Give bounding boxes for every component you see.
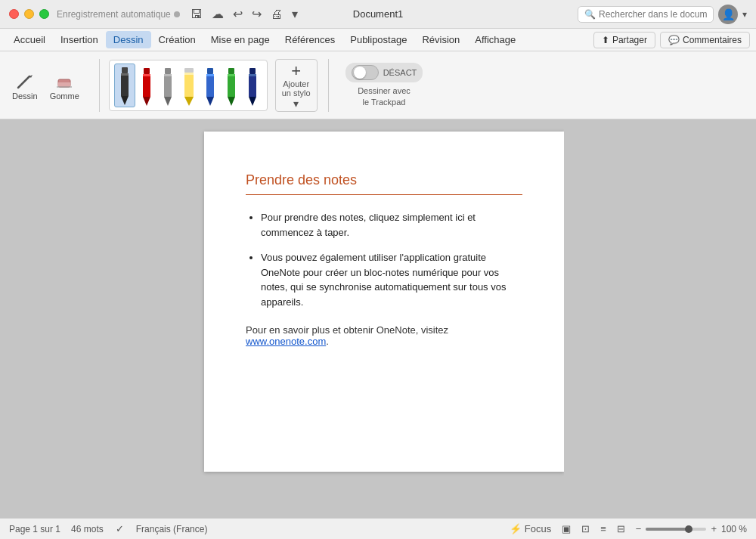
svg-rect-9	[144, 68, 150, 74]
main-content: Prendre des notes Pour prendre des notes…	[0, 119, 756, 518]
toggle-container: DÉSACT	[345, 63, 423, 82]
menu-references[interactable]: Références	[277, 31, 342, 48]
traffic-lights	[9, 9, 49, 19]
zoom-level: 100 %	[721, 524, 747, 534]
focus-button[interactable]: ⚡ Focus	[508, 522, 553, 536]
document-page: Prendre des notes Pour prendre des notes…	[204, 132, 564, 472]
menubar-right: ⬆ Partager 💬 Commentaires	[593, 32, 750, 48]
menu-publipostage[interactable]: Publipostage	[342, 31, 414, 48]
svg-marker-19	[184, 97, 194, 106]
ajouter-label: Ajouterun stylo	[282, 79, 311, 98]
save-button[interactable]: 🖫	[187, 6, 206, 23]
print-button[interactable]: 🖨	[268, 6, 286, 23]
focus-icon: ⚡	[510, 523, 522, 534]
close-button[interactable]	[9, 9, 19, 19]
doc-bullet-1: Pour prendre des notes, cliquez simpleme…	[261, 210, 522, 240]
trackpad-label: Dessiner avec le Trackpad	[358, 85, 411, 107]
zoom-slider[interactable]	[646, 528, 706, 531]
doc-bullet-2: Vous pouvez également utiliser l'applica…	[261, 250, 522, 309]
svg-rect-28	[228, 74, 235, 76]
svg-rect-18	[184, 73, 194, 97]
ribbon: Dessin Gomme	[0, 51, 756, 119]
pen-yellow-icon	[181, 67, 197, 106]
account-dropdown[interactable]: ▾	[742, 9, 747, 20]
view-mode-button-3[interactable]: ≡	[599, 522, 608, 536]
share-icon: ⬆	[602, 35, 609, 45]
comments-button[interactable]: 💬 Commentaires	[660, 32, 750, 48]
svg-rect-32	[249, 74, 256, 76]
doc-divider	[246, 194, 522, 195]
spelling-check-button[interactable]: ✓	[114, 522, 125, 536]
menu-creation[interactable]: Création	[151, 31, 203, 48]
pen-yellow[interactable]	[179, 65, 199, 107]
pen-darkblue-icon	[245, 67, 260, 106]
dessiner-avec-label: Dessiner avec	[358, 86, 411, 95]
pen-gray[interactable]	[158, 65, 178, 107]
dessin-icon	[14, 70, 36, 91]
view-mode-button-4[interactable]: ⊟	[615, 522, 627, 536]
gomme-icon	[54, 70, 75, 91]
document-title: Document1	[353, 8, 403, 20]
comments-icon: 💬	[668, 35, 680, 45]
more-button[interactable]: ▾	[289, 5, 301, 23]
search-input[interactable]	[599, 9, 707, 20]
menu-dessin[interactable]: Dessin	[106, 31, 151, 48]
doc-link[interactable]: www.onenote.com	[246, 336, 326, 347]
titlebar-right: 🔍 👤 ▾	[578, 5, 747, 24]
maximize-button[interactable]	[39, 9, 49, 19]
menu-mise-en-page[interactable]: Mise en page	[203, 31, 277, 48]
comments-label: Commentaires	[683, 35, 742, 45]
left-gutter	[0, 119, 204, 518]
minimize-button[interactable]	[24, 9, 34, 19]
pen-blue[interactable]	[200, 65, 220, 107]
document-title: Prendre des notes	[246, 172, 522, 188]
undo-button[interactable]: ↩	[230, 5, 246, 23]
svg-rect-30	[249, 74, 256, 97]
pen-gray-icon	[160, 67, 175, 106]
svg-marker-27	[228, 97, 235, 106]
doc-list: Pour prendre des notes, cliquez simpleme…	[246, 210, 522, 309]
dessin-tool[interactable]: Dessin	[8, 67, 42, 104]
add-pen-button[interactable]: + Ajouterun stylo ▾	[275, 59, 318, 112]
share-button[interactable]: ⬆ Partager	[593, 32, 655, 48]
svg-rect-12	[143, 74, 150, 76]
gomme-tool[interactable]: Gomme	[45, 67, 84, 104]
svg-rect-13	[165, 68, 171, 74]
svg-marker-23	[206, 97, 214, 106]
zoom-slider-track	[646, 528, 688, 531]
svg-rect-16	[164, 74, 172, 76]
zoom-in-button[interactable]: +	[709, 522, 718, 536]
account-icon[interactable]: 👤	[718, 5, 738, 24]
menu-accueil[interactable]: Accueil	[6, 31, 53, 48]
focus-label: Focus	[525, 523, 551, 534]
svg-marker-31	[249, 97, 256, 106]
le-trackpad-label: le Trackpad	[363, 98, 406, 107]
pen-darkblue[interactable]	[243, 65, 262, 107]
pen-red-icon	[139, 67, 154, 106]
svg-rect-3	[58, 82, 70, 87]
view-mode-button-2[interactable]: ⊡	[580, 522, 591, 536]
add-pen-plus-icon: +	[291, 63, 301, 79]
save-online-button[interactable]: ☁	[209, 5, 227, 23]
pen-green-icon	[224, 67, 239, 106]
pen-red[interactable]	[137, 65, 156, 107]
pen-black-icon	[117, 66, 132, 105]
zoom-slider-thumb	[685, 525, 692, 533]
trackpad-toggle[interactable]	[352, 65, 379, 80]
statusbar: Page 1 sur 1 46 mots ✓ Français (France)…	[0, 518, 756, 539]
right-gutter	[564, 119, 756, 518]
svg-rect-6	[121, 73, 129, 96]
search-icon: 🔍	[584, 9, 596, 20]
pen-green[interactable]	[222, 65, 241, 107]
svg-rect-29	[249, 68, 256, 74]
redo-button[interactable]: ↪	[249, 5, 265, 23]
share-label: Partager	[612, 35, 647, 45]
menu-affichage[interactable]: Affichage	[467, 31, 523, 48]
pen-black[interactable]	[114, 64, 135, 107]
drawing-tools-group: Dessin Gomme	[8, 67, 84, 104]
search-box[interactable]: 🔍	[578, 6, 714, 23]
view-mode-button-1[interactable]: ▣	[560, 522, 572, 536]
menu-revision[interactable]: Révision	[414, 31, 467, 48]
menu-insertion[interactable]: Insertion	[53, 31, 106, 48]
zoom-out-button[interactable]: −	[634, 522, 643, 536]
